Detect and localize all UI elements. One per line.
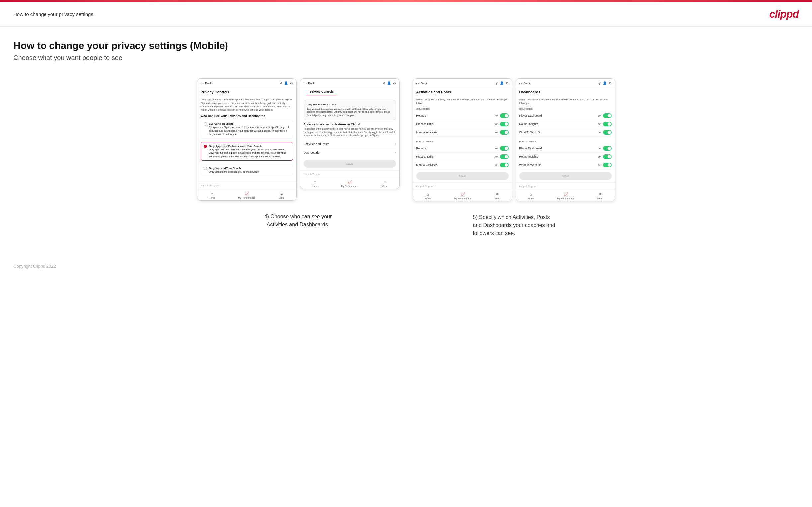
toggle-coaches-player-dash[interactable]: Player Dashboard ON	[519, 112, 612, 120]
nav-icons-2: ⚲ 👤 ⚙	[383, 81, 396, 85]
people-icon-1[interactable]: 👤	[284, 81, 288, 85]
toggle-coaches-practice-switch[interactable]	[500, 122, 509, 126]
toggle-followers-rounds[interactable]: Rounds ON	[416, 144, 509, 153]
chevron-activities: ›	[395, 142, 396, 146]
option-only-you[interactable]: Only You and Your Coach Only you and the…	[201, 164, 293, 176]
nav-home-3[interactable]: ⌂ Home	[425, 192, 431, 200]
phone-screen-4: ‹ < Back ⚲ 👤 ⚙ Dashboards Select the	[516, 78, 615, 202]
phone-screen-1: ‹ < Back ⚲ 👤 ⚙ Privacy Controls Cont	[197, 78, 297, 201]
nav-home-1[interactable]: ⌂ Home	[209, 191, 215, 199]
toggle-coaches-round-insights[interactable]: Round Insights ON	[519, 120, 612, 128]
toggle-followers-round-insights-wrapper: ON	[598, 154, 612, 159]
caption-5-block: 5) Specify which Activities, Posts and D…	[472, 208, 555, 237]
search-icon-1[interactable]: ⚲	[280, 81, 282, 85]
nav-icons-3: ⚲ 👤 ⚙	[496, 81, 509, 85]
caption5-line3: followers can see.	[472, 229, 555, 237]
toggle-followers-manual-switch[interactable]	[500, 163, 509, 167]
nav-home-4[interactable]: ⌂ Home	[528, 192, 534, 200]
followers-label-4: FOLLOWERS	[519, 140, 612, 143]
settings-icon-3[interactable]: ⚙	[506, 81, 509, 85]
toggle-followers-player-dash-switch[interactable]	[603, 146, 612, 151]
toggle-followers-what-to-work-wrapper: ON	[598, 163, 612, 167]
toggle-followers-round-insights-switch[interactable]	[603, 154, 612, 159]
search-icon-3[interactable]: ⚲	[496, 81, 498, 85]
option-everyone-text: Everyone on Clippd Everyone on Clippd ca…	[209, 122, 290, 136]
toggle-followers-practice-switch[interactable]	[500, 154, 509, 159]
privacy-tab[interactable]: Privacy Controls	[307, 89, 338, 95]
nav-performance-3[interactable]: 📈 My Performance	[454, 192, 471, 200]
people-icon-3[interactable]: 👤	[500, 81, 504, 85]
activities-posts-item[interactable]: Activities and Posts ›	[304, 140, 396, 148]
toggle-coaches-rounds-switch[interactable]	[500, 113, 509, 118]
home-icon-1: ⌂	[211, 191, 213, 196]
back-label-2: < Back	[306, 81, 315, 85]
clippd-logo: clippd	[769, 8, 799, 20]
back-label-3: < Back	[418, 81, 428, 85]
home-icon-3: ⌂	[426, 192, 429, 197]
people-icon-4[interactable]: 👤	[603, 81, 607, 85]
coaches-label-4: COACHES	[519, 108, 612, 111]
nav-menu-2[interactable]: ≡ Menu	[382, 180, 388, 187]
people-icon-2[interactable]: 👤	[387, 81, 391, 85]
page-content: How to change your privacy settings (Mob…	[0, 27, 812, 257]
settings-icon-2[interactable]: ⚙	[393, 81, 396, 85]
nav-icons-4: ⚲ 👤 ⚙	[599, 81, 612, 85]
bottom-nav-1: ⌂ Home 📈 My Performance ≡ Menu	[197, 189, 296, 201]
caption5-line1: 5) Specify which Activities, Posts	[472, 213, 555, 221]
back-button-2[interactable]: ‹ < Back	[304, 81, 315, 85]
settings-icon-1[interactable]: ⚙	[290, 81, 293, 85]
radio-everyone	[204, 122, 207, 126]
nav-performance-1[interactable]: 📈 My Performance	[238, 191, 255, 199]
help-support-4: Help & Support	[516, 182, 615, 190]
performance-icon-2: 📈	[347, 180, 352, 184]
dashboards-item[interactable]: Dashboards ›	[304, 148, 396, 157]
nav-menu-1[interactable]: ≡ Menu	[278, 191, 285, 199]
toggle-coaches-what-to-work[interactable]: What To Work On ON	[519, 128, 612, 137]
save-btn-2[interactable]: Save	[304, 160, 396, 168]
back-button-1[interactable]: ‹ < Back	[201, 81, 212, 85]
toggle-followers-manual[interactable]: Manual Activities ON	[416, 161, 509, 169]
caption-5: 5) Specify which Activities, Posts and D…	[472, 213, 555, 237]
coaches-label-3: COACHES	[416, 108, 509, 111]
nav-home-2[interactable]: ⌂ Home	[312, 180, 318, 187]
toggle-coaches-manual[interactable]: Manual Activities ON	[416, 128, 509, 137]
help-support-1: Help & Support	[197, 182, 296, 189]
back-button-3[interactable]: ‹ < Back	[416, 81, 428, 85]
toggle-coaches-rounds[interactable]: Rounds ON	[416, 112, 509, 120]
toggle-followers-what-to-work[interactable]: What To Work On ON	[519, 161, 612, 169]
toggle-coaches-practice[interactable]: Practice Drills ON	[416, 120, 509, 128]
back-button-4[interactable]: ‹ < Back	[519, 81, 531, 85]
search-icon-4[interactable]: ⚲	[599, 81, 601, 85]
group-1: ‹ < Back ⚲ 👤 ⚙ Privacy Controls Cont	[197, 78, 400, 237]
back-chevron-2: ‹	[304, 81, 305, 85]
toggle-followers-what-to-work-switch[interactable]	[603, 163, 612, 167]
screenshots-container: ‹ < Back ⚲ 👤 ⚙ Privacy Controls Cont	[13, 78, 799, 237]
phone-group-3: ‹ < Back ⚲ 👤 ⚙ Activities and Posts	[413, 78, 512, 202]
option-approved[interactable]: Only Approved Followers and Your Coach O…	[201, 142, 293, 161]
toggle-coaches-what-to-work-switch[interactable]	[603, 130, 612, 135]
menu-icon-4: ≡	[599, 192, 601, 197]
main-subtitle: Choose what you want people to see	[13, 54, 799, 62]
phone-nav-3: ‹ < Back ⚲ 👤 ⚙	[413, 79, 512, 87]
caption-4-block: 4) Choose who can see your Activities an…	[264, 207, 332, 229]
nav-performance-4[interactable]: 📈 My Performance	[557, 192, 574, 200]
nav-menu-3[interactable]: ≡ Menu	[495, 192, 501, 200]
settings-icon-4[interactable]: ⚙	[609, 81, 612, 85]
nav-performance-2[interactable]: 📈 My Performance	[341, 180, 358, 187]
toggle-followers-practice[interactable]: Practice Drills ON	[416, 153, 509, 161]
nav-menu-4[interactable]: ≡ Menu	[598, 192, 603, 200]
save-btn-4[interactable]: Save	[519, 172, 612, 180]
save-btn-3[interactable]: Save	[416, 172, 509, 180]
toggle-followers-rounds-switch[interactable]	[500, 146, 509, 151]
option-everyone[interactable]: Everyone on Clippd Everyone on Clippd ca…	[201, 120, 293, 139]
who-can-see-label: Who Can See Your Activities and Dashboar…	[201, 114, 293, 118]
search-icon-2[interactable]: ⚲	[383, 81, 385, 85]
toggle-followers-round-insights[interactable]: Round Insights ON	[519, 153, 612, 161]
toggle-coaches-round-insights-switch[interactable]	[603, 122, 612, 126]
toggle-followers-player-dash[interactable]: Player Dashboard ON	[519, 144, 612, 153]
toggle-coaches-player-dash-switch[interactable]	[603, 113, 612, 118]
help-support-3: Help & Support	[413, 182, 512, 190]
back-chevron-1: ‹	[201, 81, 202, 85]
copyright: Copyright Clippd 2022	[13, 264, 56, 269]
toggle-coaches-manual-switch[interactable]	[500, 130, 509, 135]
